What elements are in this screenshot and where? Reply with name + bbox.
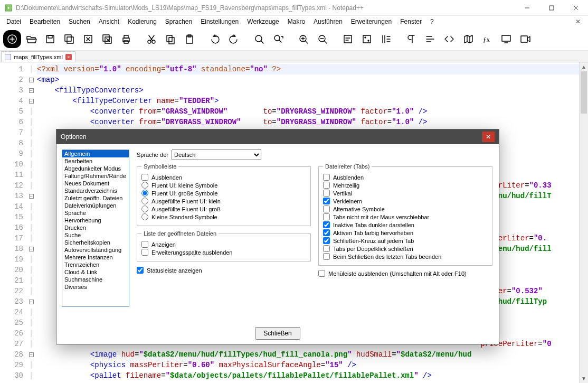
menu-datei[interactable]: Datei — [2, 17, 25, 26]
toolbar-std-small-radio[interactable] — [141, 213, 148, 220]
category-mehrere-instanzen[interactable]: Mehrere Instanzen — [62, 254, 129, 261]
menubar-close-icon[interactable]: ✕ — [570, 18, 586, 25]
openfiles-show-checkbox[interactable] — [141, 241, 148, 248]
toolbar-hide-checkbox[interactable] — [141, 174, 148, 181]
window-minimize-button[interactable] — [515, 0, 539, 16]
toolbar-filled-small-radio[interactable] — [141, 198, 148, 204]
tab-dblclick_close-checkbox[interactable] — [323, 245, 330, 252]
vertical-scrollbar[interactable]: ▲ ▼ — [579, 62, 588, 383]
menu-?[interactable]: ? — [426, 17, 438, 26]
category-trennzeichen[interactable]: Trennzeichen — [62, 261, 129, 268]
category-autovervollst-ndigung[interactable]: Autovervollständigung — [62, 246, 129, 254]
tab-vertical-checkbox[interactable] — [323, 190, 330, 197]
save-all-button[interactable] — [60, 30, 78, 48]
menu-sprachen[interactable]: Sprachen — [161, 17, 196, 26]
category-abgedunkelter-modus[interactable]: Abgedunkelter Modus — [62, 165, 129, 172]
tabs-legend: Dateireiter (Tabs) — [323, 163, 372, 170]
language-select[interactable]: Deutsch — [172, 150, 261, 160]
scroll-up-icon[interactable]: ▲ — [580, 62, 588, 71]
window-close-button[interactable] — [564, 0, 588, 16]
category-allgemein[interactable]: Allgemein — [62, 150, 129, 157]
print-button[interactable] — [117, 30, 135, 48]
openfiles-hideext-checkbox[interactable] — [141, 249, 148, 256]
tab-hide-checkbox[interactable] — [323, 174, 330, 181]
ltr-button[interactable] — [421, 30, 439, 48]
find-button[interactable] — [250, 30, 268, 48]
menu-ansicht[interactable]: Ansicht — [94, 17, 124, 26]
category-drucken[interactable]: Drucken — [62, 224, 129, 231]
category-standardverzeichnis[interactable]: Standardverzeichnis — [62, 187, 129, 194]
scroll-down-icon[interactable]: ▼ — [580, 374, 588, 383]
tab-close_each-checkbox[interactable] — [323, 237, 330, 244]
cut-button[interactable] — [143, 30, 160, 48]
toolbar-fluent-big-radio[interactable] — [141, 190, 148, 197]
menu-makro[interactable]: Makro — [283, 17, 309, 26]
toolbar-fluent-small-radio[interactable] — [141, 182, 148, 189]
category-faltung-rahmen-r-nde[interactable]: Faltung/Rahmen/Rände — [62, 172, 129, 180]
menu-einstellungen[interactable]: Einstellungen — [196, 17, 243, 26]
zoom-out-button[interactable] — [314, 30, 331, 48]
tab-exit_last-checkbox[interactable] — [323, 253, 330, 260]
copy-button[interactable] — [162, 30, 179, 48]
category-suchmaschine[interactable]: Suchmaschine — [62, 276, 129, 283]
show-all-button[interactable] — [358, 30, 376, 48]
save-button[interactable] — [41, 30, 59, 48]
tab-shrink-checkbox[interactable] — [323, 198, 330, 204]
menu-ausführen[interactable]: Ausführen — [309, 17, 347, 26]
code-button[interactable] — [440, 30, 458, 48]
close-button[interactable] — [79, 30, 97, 48]
svg-rect-27 — [169, 38, 174, 44]
toolbar-filled-big-radio[interactable] — [141, 205, 148, 212]
wrap-button[interactable] — [339, 30, 357, 48]
menu-suchen[interactable]: Suchen — [64, 17, 94, 26]
svg-point-44 — [368, 40, 369, 41]
menu-kodierung[interactable]: Kodierung — [124, 17, 161, 26]
category-list[interactable]: AllgemeinBearbeitenAbgedunkelter ModusFa… — [62, 150, 129, 307]
scroll-thumb[interactable] — [581, 71, 587, 114]
category-bearbeiten[interactable]: Bearbeiten — [62, 157, 129, 165]
menu-werkzeuge[interactable]: Werkzeuge — [243, 17, 283, 26]
statusbar-checkbox[interactable] — [137, 267, 144, 274]
replace-button[interactable] — [269, 30, 287, 48]
svg-rect-58 — [521, 36, 527, 42]
category-hervorhebung[interactable]: Hervorhebung — [62, 217, 129, 224]
category-diverses[interactable]: Diverses — [62, 283, 129, 291]
tab-multiline-checkbox[interactable] — [323, 182, 330, 189]
category-suche[interactable]: Suche — [62, 231, 129, 239]
category-cloud-link[interactable]: Cloud & Link — [62, 268, 129, 276]
zoom-in-button[interactable] — [295, 30, 312, 48]
paste-button[interactable] — [181, 30, 198, 48]
map-button[interactable] — [459, 30, 477, 48]
monitor-button[interactable] — [497, 30, 515, 48]
window-maximize-button[interactable] — [539, 0, 564, 16]
dialog-close-button[interactable]: ✕ — [482, 132, 495, 142]
menu-erweiterungen[interactable]: Erweiterungen — [347, 17, 396, 26]
category-dateiverkn-pfungen[interactable]: Dateiverknüpfungen — [62, 202, 129, 209]
new-button[interactable] — [3, 30, 21, 48]
dialog-close-footer-button[interactable]: Schließen — [255, 327, 300, 340]
paragraph-button[interactable] — [402, 30, 420, 48]
fold-column[interactable]: │−−−││││││││−││││−││││−││││−││ — [26, 62, 36, 383]
tab-close-icon[interactable]: × — [65, 54, 72, 60]
category-neues-dokument[interactable]: Neues Dokument — [62, 180, 129, 187]
file-tab[interactable]: maps_fillTypes.xml × — [1, 51, 75, 62]
category-sprache[interactable]: Sprache — [62, 209, 129, 217]
tab-darken_inactive-checkbox[interactable] — [323, 221, 330, 228]
redo-button[interactable] — [225, 30, 243, 48]
menubar-hide-checkbox[interactable] — [318, 270, 325, 277]
menu-bearbeiten[interactable]: Bearbeiten — [25, 17, 64, 26]
open-button[interactable] — [22, 30, 40, 48]
category-sicherheitskopien[interactable]: Sicherheitskopien — [62, 239, 129, 246]
category-zuletzt-ge-ffn-dateien[interactable]: Zuletzt geöffn. Dateien — [62, 194, 129, 202]
tab-color_active-checkbox[interactable] — [323, 229, 330, 236]
menu-fenster[interactable]: Fenster — [396, 17, 426, 26]
svg-line-39 — [324, 41, 327, 43]
close-all-button[interactable] — [98, 30, 116, 48]
svg-rect-10 — [65, 35, 71, 41]
tab-alt_icons-checkbox[interactable] — [323, 205, 330, 212]
indent-guide-button[interactable] — [377, 30, 395, 48]
undo-button[interactable] — [206, 30, 224, 48]
tab-no_drag-checkbox[interactable] — [323, 213, 330, 220]
record-button[interactable] — [516, 30, 534, 48]
fx-button[interactable]: ƒx — [478, 30, 496, 48]
